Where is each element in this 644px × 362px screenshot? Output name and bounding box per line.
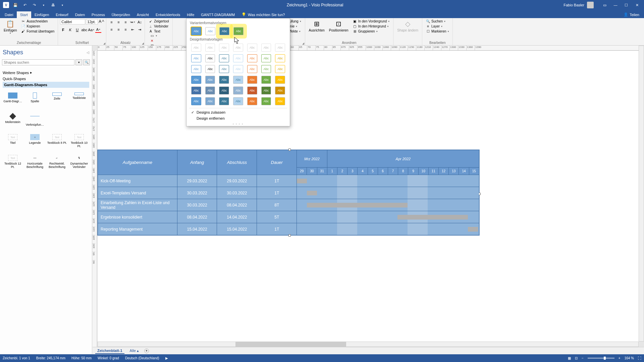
timeline-cell[interactable] (297, 211, 479, 223)
gantt-bar[interactable] (397, 215, 468, 220)
tab-prozess[interactable]: Prozess (88, 11, 108, 18)
zoom-in-icon[interactable]: + (619, 356, 621, 360)
duration-cell[interactable]: 1T (257, 223, 297, 235)
zoom-out-icon[interactable]: − (582, 356, 584, 360)
tab-entwicklertools[interactable]: Entwicklertools (152, 11, 183, 18)
tab-ueberpruefen[interactable]: Überprüfen (108, 11, 133, 18)
font-color-button[interactable]: A▼ (95, 27, 101, 33)
end-cell[interactable]: 08.04.2022 (217, 199, 257, 211)
shape-rlabel[interactable]: ⌐Rechtwinkl. Beschriftung (46, 154, 68, 174)
indent-increase-icon[interactable]: ⇥ (137, 26, 143, 33)
connector-tool-button[interactable]: ⟂Verbinder (147, 24, 170, 28)
shape-legend[interactable]: ≡Legende (24, 133, 46, 153)
align-center-icon[interactable]: ≡ (115, 26, 121, 33)
align-button[interactable]: ⊞Ausrichten (307, 19, 326, 33)
collapse-pane-icon[interactable]: ◁ (87, 51, 89, 54)
table-row[interactable]: Kick-Off-Meeting 29.03.2022 29.03.2022 1… (98, 175, 479, 187)
sheet-tab-all[interactable]: Alle ▴ (128, 348, 141, 354)
shape-link[interactable]: Verknüpfun… (24, 112, 46, 132)
text-tool-button[interactable]: AText (147, 29, 161, 34)
style-swatch[interactable]: Abc (261, 65, 271, 73)
share-button[interactable]: 👤 Teilen (620, 11, 643, 18)
style-swatch[interactable]: Abc (261, 86, 271, 95)
gantt-shapes-stencil[interactable]: Gantt-Diagramm-Shapes (3, 82, 89, 88)
minimize-icon[interactable]: — (610, 1, 621, 9)
duration-cell[interactable]: 8T (257, 199, 297, 211)
add-sheet-icon[interactable]: + (144, 349, 149, 353)
style-swatch[interactable]: Abc (191, 86, 201, 95)
shape-column[interactable]: Spalte (24, 91, 46, 111)
table-row[interactable]: Reporting Management 15.04.2022 15.04.20… (98, 223, 479, 235)
zoom-value[interactable]: 164 % (625, 356, 634, 360)
quick-shapes-button[interactable]: Quick-Shapes (3, 76, 89, 82)
task-name-cell[interactable]: Kick-Off-Meeting (98, 175, 177, 187)
align-top-icon[interactable]: ≡ (108, 19, 114, 25)
change-shape-button[interactable]: ◇Shape ändern (395, 19, 420, 33)
style-swatch[interactable]: Abc (275, 54, 285, 62)
style-swatch[interactable]: Abc (247, 54, 257, 62)
task-name-cell[interactable]: Ergebnisse konsolidiert (98, 211, 177, 223)
style-swatch[interactable]: Abc (233, 86, 243, 95)
indent-decrease-icon[interactable]: ⇤ (129, 26, 136, 33)
layer-button[interactable]: ≡Layer▼ (424, 24, 444, 28)
tell-me-search[interactable]: 💡 Was möchten Sie tun? (238, 11, 288, 18)
style-swatch[interactable]: Abc (247, 65, 257, 73)
cut-button[interactable]: ✂Ausschneiden (19, 19, 56, 23)
style-swatch[interactable]: Abc (261, 97, 271, 105)
style-swatch[interactable]: Abc (191, 76, 201, 84)
chevron-down-icon[interactable]: ▼ (40, 1, 48, 9)
case-button[interactable]: Aa▼ (88, 27, 94, 33)
shape-gantt[interactable]: Gantt-Diagr… (2, 91, 23, 111)
timeline-cell[interactable] (297, 199, 479, 211)
shape-row[interactable]: Zeile (46, 91, 68, 111)
redo-icon[interactable]: ↷ (30, 1, 38, 9)
tab-start[interactable]: Start (17, 11, 31, 18)
style-swatch[interactable]: Abc (247, 76, 257, 84)
style-swatch[interactable]: Abc (205, 27, 215, 35)
bullets-icon[interactable]: ≔▼ (129, 19, 136, 25)
user-name[interactable]: Fabio Basler (564, 3, 584, 7)
style-swatch[interactable]: Abc (205, 54, 215, 62)
close-tool-button[interactable]: ✕ (148, 39, 156, 43)
style-swatch[interactable]: Abc (247, 86, 257, 95)
rectangle-tool-button[interactable]: ▭▼ (148, 34, 159, 38)
start-cell[interactable]: 08.04.2022 (177, 211, 217, 223)
macro-record-icon[interactable]: ▶ (165, 356, 168, 360)
duration-cell[interactable]: 1T (257, 187, 297, 199)
style-swatch[interactable]: Abc (247, 97, 257, 105)
start-cell[interactable]: 15.04.2022 (177, 223, 217, 235)
duration-cell[interactable]: 1T (257, 175, 297, 187)
ribbon-options-icon[interactable]: ▭ (600, 1, 610, 9)
align-right-icon[interactable]: ≡ (122, 26, 128, 33)
more-shapes-button[interactable]: Weitere Shapes ▸ (3, 69, 89, 76)
dialog-launcher-icon[interactable]: ◢ (142, 42, 144, 45)
vertical-scrollbar[interactable] (639, 46, 644, 342)
fit-window-icon[interactable]: ⛶ (638, 356, 641, 360)
gallery-resize-grip[interactable]: • • • • (189, 122, 287, 125)
timeline-cell[interactable] (297, 223, 479, 235)
pointer-tool-button[interactable]: ➹Zeigertool (147, 19, 170, 23)
style-swatch[interactable]: Abc (275, 76, 285, 84)
style-swatch[interactable]: Abc (233, 65, 243, 73)
style-swatch[interactable]: Abc (191, 65, 201, 73)
align-left-icon[interactable]: ≡ (108, 26, 114, 33)
horizontal-scrollbar[interactable] (98, 342, 639, 347)
tab-einfuegen[interactable]: Einfügen (31, 11, 52, 18)
style-swatch[interactable]: Abc (219, 97, 229, 105)
shape-title[interactable]: TextTitel (2, 133, 23, 153)
gantt-bar[interactable] (307, 191, 317, 195)
shape-textblock-12[interactable]: TextTextblock 12 Pt. (2, 154, 23, 174)
style-swatch[interactable]: Abc (261, 54, 271, 62)
format-painter-button[interactable]: 🖌Format übertragen (19, 29, 56, 34)
italic-button[interactable]: K (67, 27, 73, 33)
style-swatch[interactable]: Abc (275, 65, 285, 73)
task-name-cell[interactable]: Reporting Management (98, 223, 177, 235)
style-swatch[interactable]: Abc (233, 97, 243, 105)
style-swatch[interactable]: Abc (233, 54, 243, 62)
shape-textblock-10[interactable]: TextTextblock 10 Pt. (68, 133, 90, 153)
search-dropdown-icon[interactable]: ▾ (75, 59, 82, 65)
tab-hilfe[interactable]: Hilfe (183, 11, 198, 18)
task-name-cell[interactable]: Excel-Templates Versand (98, 187, 177, 199)
style-swatch[interactable]: Abc (205, 44, 215, 52)
shape-connector[interactable]: ↯Dynamischer Verbinder (68, 154, 90, 174)
